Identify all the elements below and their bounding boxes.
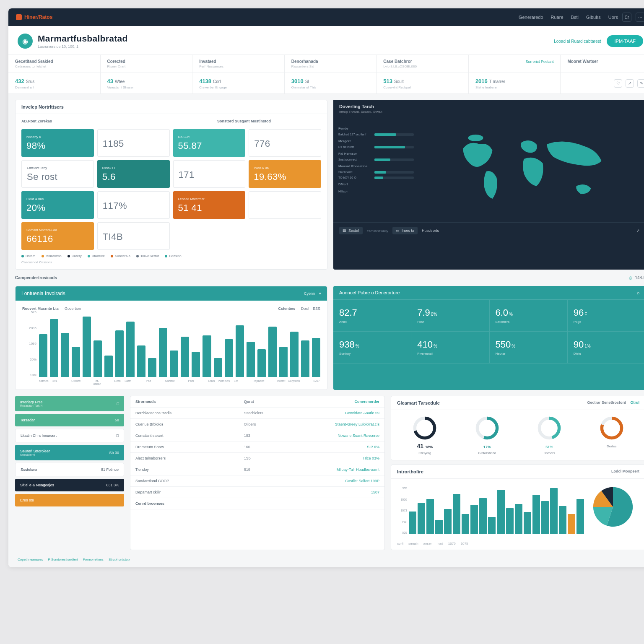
big-number-cell: 96FPoge	[568, 300, 644, 332]
table-row[interactable]: Cuerlue BrblolosOiloersStaent-Greey Lulo…	[130, 419, 384, 430]
list-item[interactable]: Interlarp FrseRosasaan Tork N□	[15, 396, 124, 411]
top-nav: Hiner/Ratos Generaredo Ruare Bstl Gibulr…	[8, 8, 644, 26]
metric-tile[interactable]: 171	[173, 160, 246, 188]
brand[interactable]: Hiner/Ratos	[16, 14, 52, 20]
wrench-icon[interactable]: ✎	[637, 79, 644, 88]
nav-link-2[interactable]: Bstl	[571, 15, 579, 20]
metric-tile[interactable]	[249, 191, 321, 219]
metric-tile[interactable]: Entelont TenySe rost	[21, 160, 94, 188]
big-number-panel: Aonnoef Pubre o Denerorture⌕ 82.7Aniel7.…	[333, 286, 644, 390]
mini-pie-chart	[590, 484, 640, 534]
donut: 17%Gibtorstlond	[459, 415, 516, 455]
metric-tile[interactable]: 1185	[97, 129, 170, 157]
list-item[interactable]: Lluatin Chrs Innursert□	[15, 429, 124, 442]
kpi-row: 432SrusDemnerd arl 43WteeVerestar li Sho…	[8, 73, 644, 94]
table-row[interactable]: Tiendoy819Mlioay-Talr Hoadlec-aamt	[130, 464, 384, 475]
big-number-cell: 901%Diele	[568, 332, 644, 364]
header-link[interactable]: Looad al Ruard cabtarest	[554, 39, 601, 44]
table-row[interactable]: Comalant stearrt183Nowane Suant Ravcerse	[130, 430, 384, 441]
table-row[interactable]: Drometutn Shars166SIP 6%	[130, 441, 384, 453]
metric-tile[interactable]: Bssak Fl5.6	[97, 160, 170, 188]
nav-link-3[interactable]: Gibulrs	[586, 15, 601, 20]
bar-chart-panel: Lontuenla Invoirads Cyenn ▾ Roovert Masr…	[15, 286, 327, 390]
big-number-cell: 7.90%Hllsr	[411, 300, 489, 332]
stats-link[interactable]: Sorrerict Pestant	[525, 60, 553, 64]
data-table-panel: StrornoudsQuratConerenorder Rorchlaosdoc…	[130, 396, 385, 550]
metric-tile[interactable]: Somant Mortant-Lad66116	[21, 222, 94, 250]
donut: 51%Bomers	[521, 415, 578, 455]
metric-tile[interactable]: 776	[249, 129, 321, 157]
list-item[interactable]: Tersadar58	[15, 414, 124, 426]
table-row[interactable]: Alect telnaborsers1S5Hlce 03%	[130, 453, 384, 464]
metric-tile[interactable]: Nonerty 698%	[21, 129, 94, 157]
share-icon[interactable]: ↗	[626, 79, 634, 88]
world-foot-chip[interactable]: ▦ Sectef	[339, 227, 363, 234]
bar-hd-title: Lontuenla Invoirads	[21, 291, 65, 296]
big-number-cell: 550%Neoter	[490, 332, 568, 364]
metric-tile[interactable]: 117%	[97, 191, 170, 219]
svg-point-0	[468, 135, 483, 141]
list-item[interactable]: Sitiel e & Neagoajos631 3%	[15, 479, 124, 491]
donut: Dertes	[583, 415, 641, 455]
world-map[interactable]	[420, 123, 641, 217]
filter-icon[interactable]: ▾	[319, 291, 321, 296]
page-header: ◉ Marmartfusbalbratad Lasruniers de 10, …	[8, 26, 644, 55]
big-number-cell: 82.7Aniel	[333, 300, 411, 332]
topnav-icon-b[interactable]: ⋯	[636, 13, 644, 22]
world-title: Doverling Tarch	[339, 104, 374, 109]
avatar-icon[interactable]: ◉	[18, 34, 33, 49]
world-panel: Doverling Tarch Infrop Trownt, Socard, S…	[333, 100, 644, 270]
nav-link-4[interactable]: Uors	[608, 15, 618, 20]
table-row[interactable]: Rorchlaosdoca tasdisSsecbiclersGennitfat…	[130, 408, 384, 419]
nav-link-1[interactable]: Ruare	[551, 15, 564, 20]
donut: 41 18%Crelyorg	[396, 415, 454, 455]
metric-tile[interactable]: Leneed Matermer51 41	[173, 191, 246, 219]
nav-link-0[interactable]: Generaredo	[519, 15, 543, 20]
world-categories: FendeBalolred 127 sed-lanfMergerrDT rut …	[338, 123, 414, 217]
list-item[interactable]: Sostelorsr81 Fotince	[15, 463, 124, 476]
metric-tile[interactable]: TI4B	[97, 222, 170, 250]
brand-name: Hiner/Ratos	[24, 14, 52, 20]
status-list: Interlarp FrseRosasaan Tork N□Tersadar58…	[15, 396, 124, 550]
expand-icon[interactable]: ⤢	[636, 229, 640, 233]
metrics-title: Invelep Nortrlttsers	[16, 100, 327, 114]
search-icon[interactable]: ⌕	[637, 290, 640, 295]
mini-chart-panel: IntrorthofireLodcl Moopeert 505Pall10731…	[391, 465, 644, 550]
list-item[interactable]: Eres ste	[15, 494, 124, 506]
mini-bar-chart: 505Pall10731026305	[396, 484, 584, 534]
metric-tile[interactable]: Floor & hus20%	[21, 191, 94, 219]
heart-icon[interactable]: ♡	[614, 79, 622, 88]
topnav-icon-a[interactable]: Cr	[622, 13, 631, 22]
stats-bar: Gecetitand SrakledCadrauers tor lelchet …	[8, 55, 644, 73]
metric-tiles: Nonerty 698%1185Re-Surt55.87776Entelont …	[21, 129, 321, 250]
big-number-cell: 410%Piverrensfl	[411, 332, 489, 364]
big-number-cell: 938%Sonlroy	[333, 332, 411, 364]
donuts-panel: Gleamart TarseduleGectrar SenetlroctordO…	[391, 396, 644, 460]
metrics-panel: Invelep Nortrlttsers AB.Rout Zorekas Son…	[15, 100, 327, 270]
metric-tile[interactable]: Re-Surt55.87	[173, 129, 246, 157]
list-item[interactable]: Seurerl StroroleerNeestblemlSb 30	[15, 445, 124, 460]
page-title: Marmartfusbalbratad	[38, 34, 128, 44]
table-row[interactable]: Depamart ckilir1507	[130, 487, 384, 498]
big-number-cell: 6.0%Batlerlers	[490, 300, 568, 332]
metric-legend: HstarnMinardtronCareryDtaistieeSonders-5…	[21, 254, 321, 258]
table-row[interactable]: Sandarrtiond COOPCostlict Salfort 199P	[130, 475, 384, 487]
metric-tile[interactable]: Inlek & 0619.63%	[249, 160, 321, 188]
primary-cta-button[interactable]: IPM-TAAF	[607, 35, 643, 47]
brand-logo-icon	[16, 14, 22, 20]
bar-chart: 10M20%10952085526	[22, 314, 320, 377]
page-subtitle: Lasruniers de 10, 100, 1	[38, 44, 128, 49]
stat-label: Gecetitand Srakled	[15, 59, 93, 64]
